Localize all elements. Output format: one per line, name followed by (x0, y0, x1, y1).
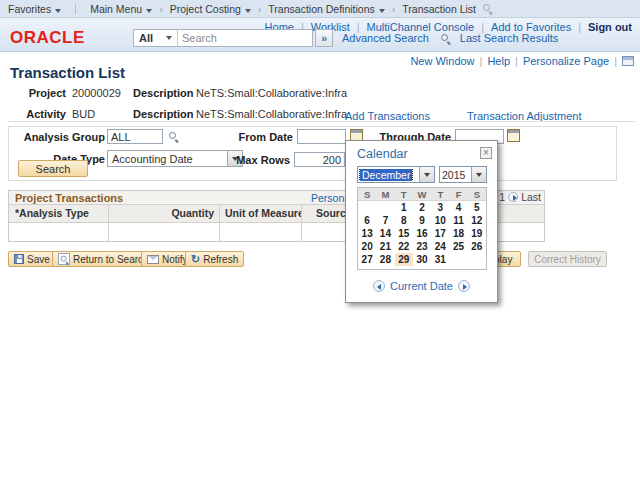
month-select[interactable]: December (357, 166, 435, 183)
calendar-day[interactable]: 8 (395, 214, 413, 227)
year-select[interactable]: 2015 (439, 166, 487, 183)
save-button[interactable]: Save (8, 251, 56, 267)
analysis-group-input[interactable] (107, 129, 163, 144)
calendar-day[interactable]: 15 (395, 227, 413, 240)
analysis-group-label: Analysis Group (8, 131, 105, 143)
chevron-down-icon (379, 9, 385, 13)
calendar-day[interactable]: 26 (468, 240, 486, 253)
new-window-icon[interactable] (622, 56, 634, 66)
calendar-week-row: 2728293031 (358, 253, 486, 266)
breadcrumb-item-favorites[interactable]: Favorites (8, 3, 61, 15)
next-month-icon[interactable] (458, 280, 470, 292)
breadcrumb-separator-icon: › (258, 3, 262, 15)
calendar-day[interactable]: 30 (413, 253, 431, 266)
help-link[interactable]: Help (487, 55, 510, 67)
calendar-day[interactable]: 25 (449, 240, 467, 253)
calendar-day[interactable]: 2 (413, 201, 431, 214)
return-to-search-button[interactable]: Return to Search (52, 251, 155, 267)
project-label: Project (10, 87, 66, 99)
previous-month-icon[interactable] (373, 280, 385, 292)
calendar-day[interactable]: 5 (468, 201, 486, 214)
calendar-day[interactable]: 23 (413, 240, 431, 253)
breadcrumb-item-transaction-definitions[interactable]: Transaction Definitions (268, 3, 384, 15)
year-dropdown-arrow-icon[interactable] (471, 167, 486, 182)
breadcrumb-item-project-costing[interactable]: Project Costing (170, 3, 251, 15)
advanced-search-link[interactable]: Advanced Search (342, 32, 429, 44)
through-date-calendar-icon[interactable] (507, 129, 520, 142)
chevron-down-icon (245, 9, 251, 13)
search-input[interactable] (178, 31, 312, 46)
calendar-week-row: 20212223242526 (358, 240, 486, 253)
calendar-day[interactable]: 13 (358, 227, 376, 240)
global-search-bar: All » Advanced Search Last Search Result… (133, 29, 558, 47)
calendar-day[interactable]: 4 (449, 201, 467, 214)
weekday-label: S (358, 188, 376, 201)
max-rows-input[interactable] (294, 152, 345, 167)
refresh-button[interactable]: ↻ Refresh (185, 251, 244, 267)
page-toolbar-links: New Window|Help|Personalize Page| (410, 55, 634, 67)
current-date-link[interactable]: Current Date (390, 280, 453, 292)
close-icon[interactable]: × (480, 147, 492, 159)
calendar-day[interactable]: 14 (376, 227, 394, 240)
breadcrumb-search-icon (482, 3, 493, 14)
from-date-input[interactable] (297, 129, 346, 144)
last-search-results-link[interactable]: Last Search Results (460, 32, 558, 44)
search-go-button[interactable]: » (315, 29, 333, 47)
link-separator: | (614, 55, 617, 67)
calendar-day[interactable]: 24 (431, 240, 449, 253)
calendar-day[interactable]: 1 (395, 201, 413, 214)
weekday-label: F (449, 188, 467, 201)
calendar-day[interactable]: 7 (376, 214, 394, 227)
search-box: All (133, 29, 313, 47)
calendar-day[interactable]: 21 (376, 240, 394, 253)
calendar-day[interactable]: 20 (358, 240, 376, 253)
sign-out-link[interactable]: Sign out (588, 21, 632, 33)
calendar-day[interactable]: 28 (376, 253, 394, 266)
calendar-day-selected[interactable]: 29 (395, 253, 413, 266)
refresh-icon: ↻ (191, 254, 200, 264)
calendar-weeks: 1234567891011121314151617181920212223242… (358, 201, 486, 266)
analysis-group-lookup-icon[interactable] (168, 131, 179, 142)
save-button-label: Save (27, 254, 50, 265)
month-select-value: December (360, 169, 412, 181)
calendar-day[interactable]: 3 (431, 201, 449, 214)
next-page-icon[interactable] (508, 192, 518, 202)
calendar-day[interactable]: 11 (449, 214, 467, 227)
grid-cell (108, 223, 219, 241)
calendar-footer: Current Date (346, 280, 497, 292)
correct-history-label: Correct History (534, 254, 601, 265)
calendar-day[interactable]: 17 (431, 227, 449, 240)
breadcrumb-item-label: Favorites (8, 3, 51, 15)
oracle-logo: ORACLE (10, 28, 85, 48)
column-header-unit-of-measure[interactable]: Unit of Measure (219, 205, 301, 222)
weekday-label: T (395, 188, 413, 201)
column-header-quantity[interactable]: Quantity (108, 205, 219, 222)
search-scope-select[interactable]: All (134, 30, 178, 46)
calendar-day[interactable]: 27 (358, 253, 376, 266)
calendar-day[interactable]: 6 (358, 214, 376, 227)
breadcrumb-item-label: Transaction Definitions (268, 3, 374, 15)
activity-label: Activity (10, 108, 66, 120)
calendar-day[interactable]: 18 (449, 227, 467, 240)
breadcrumb-item-transaction-list[interactable]: Transaction List (402, 3, 476, 15)
calendar-day[interactable]: 9 (413, 214, 431, 227)
pager-last[interactable]: Last (521, 191, 541, 203)
calendar-day[interactable]: 22 (395, 240, 413, 253)
calendar-day[interactable]: 16 (413, 227, 431, 240)
column-header-analysis-type[interactable]: *Analysis Type (9, 205, 108, 222)
grid-cell (9, 223, 108, 241)
calendar-day[interactable]: 31 (431, 253, 449, 266)
calendar-day-empty (449, 253, 467, 266)
refresh-label: Refresh (203, 254, 238, 265)
personalize-page-link[interactable]: Personalize Page (523, 55, 609, 67)
calendar-day[interactable]: 10 (431, 214, 449, 227)
calendar-day[interactable]: 19 (468, 227, 486, 240)
month-dropdown-arrow-icon[interactable] (419, 167, 434, 182)
calendar-day[interactable]: 12 (468, 214, 486, 227)
calendar-week-row: 6789101112 (358, 214, 486, 227)
search-button[interactable]: Search (18, 160, 88, 177)
chevron-down-icon (146, 9, 152, 13)
breadcrumb-item-main-menu[interactable]: Main Menu (90, 3, 152, 15)
new-window-link[interactable]: New Window (410, 55, 474, 67)
activity-description-value: NeTS:Small:Collaborative:Infra (196, 108, 347, 120)
